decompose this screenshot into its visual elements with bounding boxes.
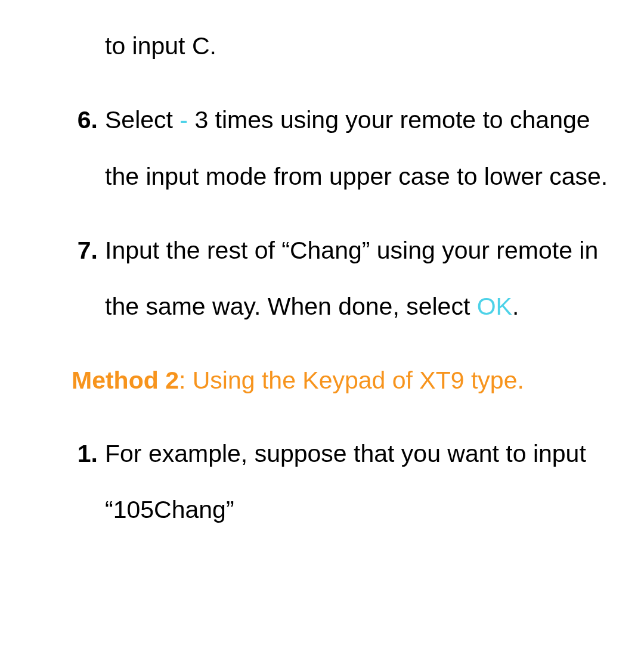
list-text-after: . bbox=[512, 293, 519, 320]
list-continuation: to input C. bbox=[72, 18, 626, 74]
method-heading: Method 2: Using the Keypad of XT9 type. bbox=[72, 352, 626, 408]
list-item-7: 7. Input the rest of “Chang” using your … bbox=[72, 222, 626, 335]
highlight-key: - bbox=[179, 106, 188, 134]
list-number: 6. bbox=[72, 92, 98, 148]
list-item-6: 6. Select - 3 times using your remote to… bbox=[72, 92, 626, 204]
list-text-before: Select bbox=[105, 106, 179, 134]
sublist-item-1: 1. For example, suppose that you want to… bbox=[72, 426, 626, 538]
continuation-text: to input C. bbox=[105, 32, 216, 60]
method-label: Method 2 bbox=[72, 367, 179, 394]
list-text-before: Input the rest of “Chang” using your rem… bbox=[105, 237, 598, 320]
list-number: 7. bbox=[72, 222, 98, 278]
list-number: 1. bbox=[72, 426, 98, 482]
sublist-text: For example, suppose that you want to in… bbox=[105, 440, 586, 523]
highlight-ok: OK bbox=[477, 293, 512, 320]
method-title: : Using the Keypad of XT9 type. bbox=[179, 367, 524, 394]
